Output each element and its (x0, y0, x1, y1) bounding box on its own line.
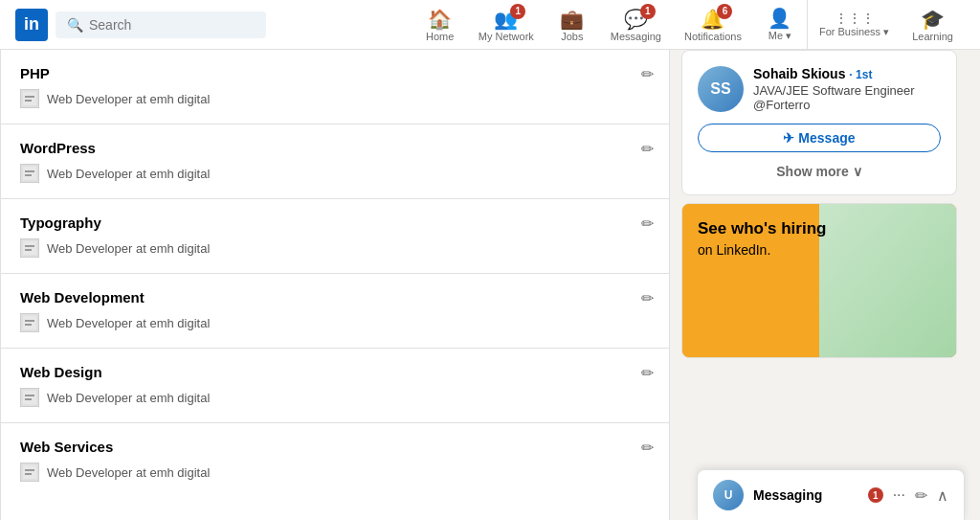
svg-rect-3 (23, 167, 36, 180)
skill-title-wordpress: WordPress (20, 140, 650, 156)
show-more-label: Show more (776, 164, 848, 179)
home-icon: 🏠 (428, 8, 452, 31)
nav-label-me: Me ▾ (768, 30, 791, 42)
edit-icon-webdev[interactable]: ✏ (641, 289, 654, 307)
svg-rect-11 (25, 324, 32, 326)
skill-title-webservices: Web Services (20, 439, 650, 455)
right-sidebar: SS Sohaib Skious · 1st JAVA/JEE Software… (670, 50, 957, 520)
skill-company-webdev: Web Developer at emh digital (47, 316, 210, 330)
skill-company-webservices: Web Developer at emh digital (47, 465, 210, 480)
messaging-avatar: U (713, 480, 744, 510)
nav-label-business: For Business ▾ (819, 26, 889, 38)
notifications-icon: 🔔 6 (701, 8, 724, 31)
navbar: in 🔍 🏠 Home 👥 1 My Network 💼 Jobs 💬 1 Me… (0, 0, 980, 50)
svg-rect-0 (23, 92, 36, 105)
skill-detail-webdev: Web Developer at emh digital (20, 313, 650, 332)
message-button[interactable]: ✈ Message (698, 124, 941, 152)
messaging-icons: ··· ✏ ∧ (893, 486, 948, 505)
nav-item-learning[interactable]: 🎓 Learning (901, 0, 965, 50)
svg-rect-6 (23, 241, 36, 255)
nav-label-network: My Network (479, 31, 534, 42)
svg-rect-1 (25, 96, 34, 98)
edit-icon-wordpress[interactable]: ✏ (641, 140, 654, 158)
company-icon-wordpress (20, 164, 39, 183)
search-input[interactable] (89, 17, 255, 33)
messaging-count-badge: 1 (868, 487, 883, 503)
messaging-badge: 1 (640, 4, 656, 19)
ad-image: See who's hiring on LinkedIn. (682, 204, 956, 357)
profile-title: JAVA/JEE Software Engineer @Forterro (753, 83, 941, 112)
skill-company-php: Web Developer at emh digital (47, 92, 210, 106)
skill-title-webdev: Web Development (20, 289, 650, 305)
skill-title-php: PHP (20, 65, 650, 81)
skill-section-wordpress: WordPress Web Developer at emh digital ✏ (1, 124, 669, 199)
messaging-collapse-icon[interactable]: ∧ (937, 486, 948, 505)
nav-item-home[interactable]: 🏠 Home (413, 0, 467, 50)
skill-detail-webdesign: Web Developer at emh digital (20, 388, 650, 407)
messaging-bar[interactable]: U Messaging 1 ··· ✏ ∧ (697, 469, 965, 520)
main-content: PHP Web Developer at emh digital ✏ WordP… (0, 50, 670, 520)
skill-company-typography: Web Developer at emh digital (47, 241, 210, 256)
avatar: SS (698, 66, 744, 112)
ad-text-overlay: See who's hiring on LinkedIn. (698, 219, 826, 258)
ad-headline: See who's hiring (698, 219, 826, 238)
nav-item-messaging[interactable]: 💬 1 Messaging (599, 0, 673, 50)
company-icon-webdesign (20, 388, 39, 407)
nav-item-notifications[interactable]: 🔔 6 Notifications (673, 0, 753, 50)
linkedin-logo[interactable]: in (15, 9, 48, 41)
svg-rect-13 (25, 395, 34, 396)
messaging-icon: 💬 1 (624, 8, 648, 31)
skill-section-webdesign: Web Design Web Developer at emh digital … (1, 349, 669, 423)
nav-item-business[interactable]: ⋮⋮⋮ For Business ▾ (807, 0, 901, 50)
me-icon: 👤 (768, 7, 791, 30)
skill-company-wordpress: Web Developer at emh digital (47, 167, 210, 181)
search-bar[interactable]: 🔍 (56, 11, 266, 38)
nav-item-me[interactable]: 👤 Me ▾ (753, 0, 807, 50)
business-icon: ⋮⋮⋮ (835, 11, 875, 26)
ad-sub: on LinkedIn. (698, 242, 826, 258)
nav-items: 🏠 Home 👥 1 My Network 💼 Jobs 💬 1 Messagi… (413, 0, 965, 50)
edit-icon-typography[interactable]: ✏ (641, 215, 654, 233)
messaging-label: Messaging (753, 487, 858, 503)
network-badge: 1 (510, 4, 525, 19)
company-icon-webservices (20, 463, 39, 482)
company-icon-typography (20, 238, 39, 258)
messaging-compose-icon[interactable]: ✏ (915, 486, 927, 505)
skill-title-typography: Typography (20, 215, 650, 231)
nav-item-jobs[interactable]: 💼 Jobs (546, 0, 599, 50)
svg-rect-8 (25, 249, 32, 251)
messaging-options-icon[interactable]: ··· (893, 486, 905, 505)
svg-rect-14 (25, 398, 32, 400)
skill-section-php: PHP Web Developer at emh digital ✏ (1, 50, 669, 124)
svg-rect-2 (25, 100, 32, 102)
svg-rect-17 (25, 473, 32, 475)
svg-rect-7 (25, 245, 34, 247)
profile-badge: · 1st (849, 68, 872, 81)
network-icon: 👥 1 (494, 8, 518, 31)
nav-item-network[interactable]: 👥 1 My Network (467, 0, 546, 50)
show-more-button[interactable]: Show more ∨ (698, 164, 941, 179)
notifications-badge: 6 (717, 4, 732, 19)
company-icon-php (20, 89, 39, 108)
skill-detail-wordpress: Web Developer at emh digital (20, 164, 650, 183)
ad-card[interactable]: See who's hiring on LinkedIn. (681, 203, 957, 358)
chevron-down-icon: ∨ (853, 164, 862, 179)
profile-info: Sohaib Skious · 1st JAVA/JEE Software En… (753, 66, 941, 112)
search-icon: 🔍 (67, 17, 83, 33)
nav-label-messaging: Messaging (611, 31, 661, 42)
edit-icon-webservices[interactable]: ✏ (641, 439, 654, 457)
jobs-icon: 💼 (560, 8, 584, 31)
company-icon-webdev (20, 313, 39, 332)
svg-rect-15 (23, 465, 36, 479)
profile-card: SS Sohaib Skious · 1st JAVA/JEE Software… (681, 50, 957, 195)
profile-mini: SS Sohaib Skious · 1st JAVA/JEE Software… (698, 66, 941, 112)
svg-rect-10 (25, 320, 34, 322)
edit-icon-php[interactable]: ✏ (641, 65, 654, 83)
svg-rect-4 (25, 170, 34, 172)
skill-section-webservices: Web Services Web Developer at emh digita… (1, 423, 669, 497)
profile-name: Sohaib Skious · 1st (753, 66, 941, 81)
nav-label-home: Home (426, 31, 454, 42)
edit-icon-webdesign[interactable]: ✏ (641, 364, 654, 382)
svg-rect-12 (23, 391, 36, 404)
profile-name-text: Sohaib Skious (753, 66, 845, 81)
